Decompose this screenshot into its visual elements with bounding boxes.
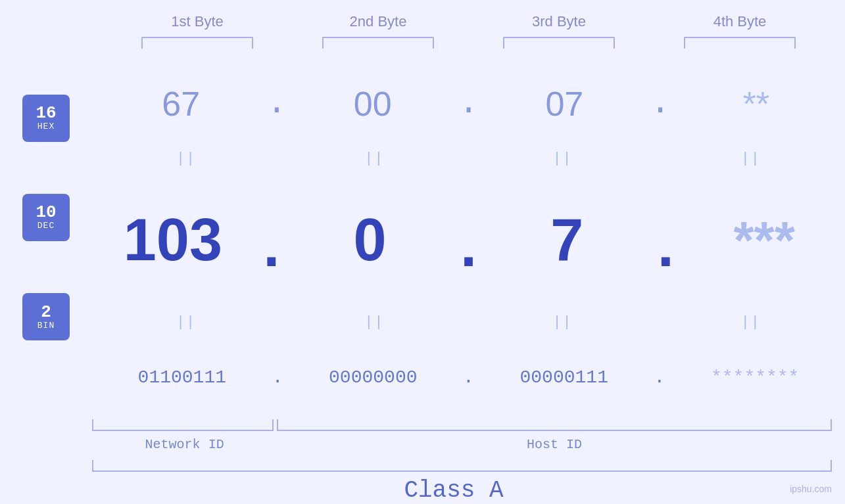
hex-row: 67 . 00 . 07 . ** <box>92 62 845 146</box>
bin-val-2: 00000000 <box>329 367 417 388</box>
dec-val-4: *** <box>733 210 794 271</box>
bin-row: 01100111 . 00000000 . 00000111 . *******… <box>92 335 845 419</box>
eq1-b2: || <box>280 150 468 167</box>
hex-badge: 16 HEX <box>22 95 70 142</box>
bin-dot-1: . <box>272 367 283 388</box>
bin-byte-3: 00000111 <box>474 367 654 388</box>
byte-headers-row: 1st Byte 2nd Byte 3rd Byte 4th Byte <box>107 13 831 30</box>
bin-val-3: 00000111 <box>520 367 608 388</box>
network-bottom-bracket <box>92 419 274 431</box>
bin-dot-3: . <box>654 367 665 388</box>
eq1-b1: || <box>92 150 280 167</box>
hex-byte-3: 07 <box>475 84 653 124</box>
bin-byte-1: 01100111 <box>92 367 272 388</box>
dec-byte-2: 0 <box>289 206 451 274</box>
top-brackets <box>107 37 831 49</box>
dec-val-2: 0 <box>354 206 387 274</box>
byte-header-3: 3rd Byte <box>469 13 650 30</box>
bin-dot-2: . <box>463 367 474 388</box>
hex-byte-1: 67 <box>92 84 270 124</box>
hex-val-3: 07 <box>545 84 583 124</box>
content-area: 16 HEX 10 DEC 2 BIN 67 . 00 <box>0 62 845 419</box>
bottom-section: Network ID Host ID Class A <box>0 419 845 504</box>
dec-dot-2: . <box>450 221 486 280</box>
dec-badge-num: 10 <box>36 204 56 221</box>
network-id-label: Network ID <box>92 437 277 452</box>
eq2-b1: || <box>92 314 280 331</box>
bin-val-1: 01100111 <box>138 367 226 388</box>
data-rows-wrapper: 67 . 00 . 07 . ** || || || || <box>92 62 845 419</box>
class-label: Class A <box>92 477 815 504</box>
host-id-label: Host ID <box>277 437 832 452</box>
dec-byte-1: 103 <box>92 206 254 274</box>
bin-badge-num: 2 <box>41 304 51 321</box>
hex-val-2: 00 <box>354 84 392 124</box>
hex-byte-4: ** <box>667 84 845 124</box>
eq2-b4: || <box>657 314 845 331</box>
badges-column: 16 HEX 10 DEC 2 BIN <box>0 62 92 419</box>
dec-val-1: 103 <box>124 206 222 274</box>
dec-byte-3: 7 <box>487 206 648 274</box>
hex-val-4: ** <box>743 84 769 124</box>
dec-row: 103 . 0 . 7 . *** <box>92 172 845 309</box>
hex-badge-label: HEX <box>37 122 55 131</box>
byte-header-2: 2nd Byte <box>288 13 469 30</box>
main-container: 1st Byte 2nd Byte 3rd Byte 4th Byte 16 H… <box>0 0 845 504</box>
dec-badge-label: DEC <box>37 221 55 231</box>
dec-dot-3: . <box>648 221 683 280</box>
class-bracket <box>92 460 832 472</box>
bin-byte-2: 00000000 <box>283 367 463 388</box>
eq2-b2: || <box>280 314 468 331</box>
top-bracket-1 <box>141 37 253 49</box>
hex-badge-num: 16 <box>36 104 56 122</box>
eq2-b3: || <box>469 314 657 331</box>
id-labels-row: Network ID Host ID <box>92 437 832 452</box>
host-bottom-bracket <box>277 419 832 431</box>
equals-row-1: || || || || <box>92 146 845 172</box>
bin-badge: 2 BIN <box>22 293 70 340</box>
eq1-b4: || <box>657 150 845 167</box>
hex-byte-2: 00 <box>284 84 462 124</box>
dec-byte-4: *** <box>683 210 845 271</box>
top-bracket-3 <box>503 37 615 49</box>
dec-dot-1: . <box>254 221 289 280</box>
bin-badge-label: BIN <box>37 321 55 331</box>
bottom-brackets <box>92 419 832 434</box>
bin-byte-4: ******** <box>665 367 845 388</box>
byte-header-4: 4th Byte <box>650 13 831 30</box>
eq1-b3: || <box>469 150 657 167</box>
watermark: ipshu.com <box>790 484 832 494</box>
top-bracket-2 <box>322 37 434 49</box>
byte-header-1: 1st Byte <box>107 13 288 30</box>
dec-badge: 10 DEC <box>22 194 70 241</box>
equals-row-2: || || || || <box>92 309 845 335</box>
dec-val-3: 7 <box>550 206 583 274</box>
bin-val-4: ******** <box>711 367 799 388</box>
top-bracket-4 <box>684 37 796 49</box>
hex-val-1: 67 <box>162 84 200 124</box>
